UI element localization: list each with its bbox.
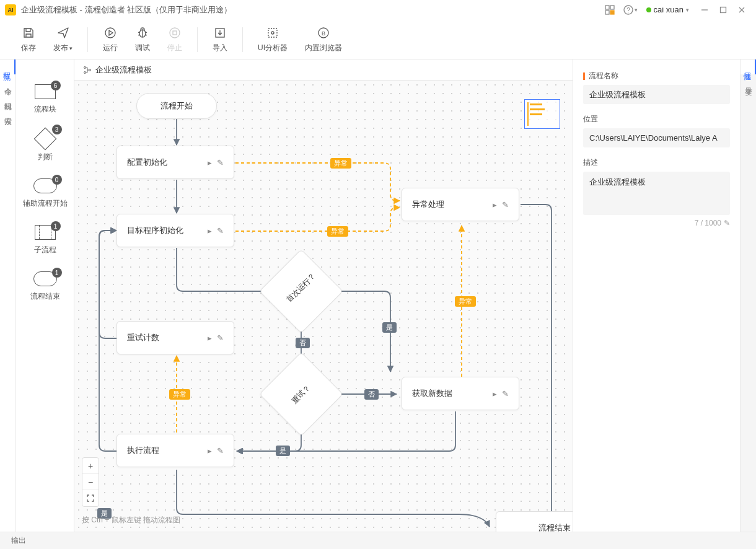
- close-button[interactable]: [732, 1, 751, 19]
- label-no: 否: [296, 338, 310, 348]
- play-icon[interactable]: ▸: [493, 200, 497, 209]
- save-icon: [22, 25, 35, 40]
- label-no: 否: [364, 389, 379, 400]
- rail-tab-variables[interactable]: 变量: [741, 74, 756, 89]
- node-retry[interactable]: 重试？: [271, 364, 331, 424]
- minimize-button[interactable]: [695, 1, 714, 19]
- node-retry-count[interactable]: 重试计数 ▸✎: [116, 321, 234, 354]
- play-icon[interactable]: ▸: [208, 333, 212, 343]
- prop-name-input[interactable]: [583, 85, 730, 104]
- node-end[interactable]: 流程结束: [496, 511, 573, 532]
- node-start[interactable]: 流程开始: [136, 93, 217, 119]
- play-icon[interactable]: ▸: [208, 446, 212, 455]
- prop-name-label: 流程名称: [583, 71, 730, 81]
- debug-button[interactable]: 调试: [126, 20, 159, 59]
- user-name: cai xuan: [654, 5, 683, 14]
- palette: 6 流程块 3 判断 0 辅助流程开始 1 子流程 1 流程结束: [16, 59, 74, 532]
- svg-point-21: [271, 32, 274, 34]
- run-button[interactable]: 运行: [94, 20, 126, 59]
- ui-analyzer-icon: [266, 25, 279, 40]
- play-icon[interactable]: ▸: [208, 226, 212, 235]
- canvas[interactable]: 流程开始 配置初始化 ▸✎ 目标程序初始化 ▸✎ 首次运行？ 重试计数 ▸✎ 重…: [74, 81, 573, 532]
- palette-aux-start[interactable]: 0 辅助流程开始: [23, 178, 68, 209]
- edit-icon[interactable]: ✎: [217, 446, 224, 455]
- palette-flow-block[interactable]: 6 流程块: [34, 84, 56, 115]
- status-dot: [646, 7, 651, 12]
- window-title: 企业级流程模板 - 流程创造者 社区版（仅用于非商业用途）: [21, 4, 232, 15]
- label-yes: 是: [276, 446, 290, 456]
- properties-panel: 流程名称 位置 描述 7 / 1000✎: [573, 59, 740, 532]
- toolbar: 保存 发布▾ 运行 调试 停止 导入 UI分析器 B 内置浏览器: [0, 20, 756, 59]
- prop-desc-label: 描述: [583, 157, 730, 168]
- publish-icon: [57, 25, 69, 40]
- rail-tab-search[interactable]: 搜索: [0, 104, 15, 119]
- palette-subflow[interactable]: 1 子流程: [34, 225, 56, 255]
- play-icon[interactable]: ▸: [208, 158, 212, 167]
- rail-tab-timeline[interactable]: 时间线: [0, 89, 15, 104]
- rail-tab-flow[interactable]: 流程: [0, 59, 15, 74]
- node-config-init[interactable]: 配置初始化 ▸✎: [116, 146, 234, 179]
- import-button[interactable]: 导入: [204, 20, 236, 59]
- maximize-button[interactable]: [714, 1, 732, 19]
- palette-flow-end[interactable]: 1 流程结束: [30, 271, 60, 302]
- play-icon[interactable]: ▸: [493, 389, 497, 398]
- svg-rect-2: [605, 11, 609, 14]
- char-count: 7 / 1000✎: [583, 219, 730, 227]
- import-icon: [214, 25, 226, 40]
- svg-rect-0: [605, 6, 609, 9]
- publish-button[interactable]: 发布▾: [45, 20, 81, 59]
- node-exec-flow[interactable]: 执行流程 ▸✎: [116, 434, 234, 467]
- edit-icon[interactable]: ✎: [502, 200, 509, 209]
- left-rail: 流程 命令 时间线 搜索: [0, 59, 16, 532]
- gift-icon[interactable]: [605, 5, 615, 15]
- node-target-init[interactable]: 目标程序初始化 ▸✎: [116, 214, 234, 247]
- rail-tab-command[interactable]: 命令: [0, 74, 15, 89]
- label-yes: 是: [382, 322, 397, 333]
- svg-point-25: [84, 71, 86, 73]
- svg-text:B: B: [322, 30, 325, 37]
- edit-icon[interactable]: ✎: [502, 389, 509, 398]
- svg-point-10: [105, 28, 115, 38]
- builtin-browser-button[interactable]: B 内置浏览器: [296, 20, 351, 59]
- right-rail: 属性 变量: [740, 59, 756, 532]
- svg-rect-20: [268, 29, 277, 37]
- node-exception[interactable]: 异常处理 ▸✎: [402, 188, 519, 221]
- zoom-in-button[interactable]: +: [82, 458, 99, 474]
- edit-icon[interactable]: ✎: [217, 158, 224, 167]
- label-exception: 异常: [455, 296, 476, 307]
- prop-location-input[interactable]: [583, 128, 730, 147]
- zoom-out-button[interactable]: −: [82, 474, 99, 490]
- ui-analyzer-button[interactable]: UI分析器: [249, 20, 296, 59]
- svg-rect-1: [610, 6, 614, 9]
- node-get-data[interactable]: 获取新数据 ▸✎: [402, 377, 519, 410]
- prop-desc-input[interactable]: [583, 172, 730, 215]
- bottom-bar[interactable]: 输出: [0, 532, 756, 549]
- minimap[interactable]: [524, 99, 560, 129]
- svg-point-24: [84, 66, 86, 68]
- canvas-hint: 按 Ctrl + 鼠标左键 拖动流程图: [82, 515, 180, 525]
- user-menu[interactable]: cai xuan ▾: [646, 5, 689, 14]
- app-icon: AI: [5, 4, 16, 15]
- prop-location-label: 位置: [583, 114, 730, 125]
- help-icon[interactable]: ? ▾: [623, 5, 638, 15]
- palette-decision[interactable]: 3 判断: [37, 131, 53, 162]
- svg-line-14: [146, 32, 147, 33]
- svg-line-13: [138, 32, 139, 33]
- run-icon: [104, 25, 116, 40]
- save-button[interactable]: 保存: [12, 20, 45, 59]
- rail-tab-properties[interactable]: 属性: [741, 59, 756, 74]
- svg-rect-7: [721, 7, 726, 12]
- edit-icon[interactable]: ✎: [217, 333, 224, 343]
- node-first-run[interactable]: 首次运行？: [271, 261, 331, 321]
- svg-point-26: [89, 69, 91, 71]
- edit-icon[interactable]: ✎: [724, 219, 730, 227]
- zoom-fit-button[interactable]: [82, 490, 99, 506]
- browser-icon: B: [317, 25, 330, 40]
- stop-button: 停止: [159, 20, 191, 59]
- label-exception: 异常: [330, 158, 351, 169]
- stop-icon: [169, 25, 181, 40]
- breadcrumb: 企业级流程模板: [74, 59, 573, 81]
- svg-line-16: [146, 35, 147, 35]
- svg-point-17: [170, 28, 180, 38]
- edit-icon[interactable]: ✎: [217, 226, 224, 235]
